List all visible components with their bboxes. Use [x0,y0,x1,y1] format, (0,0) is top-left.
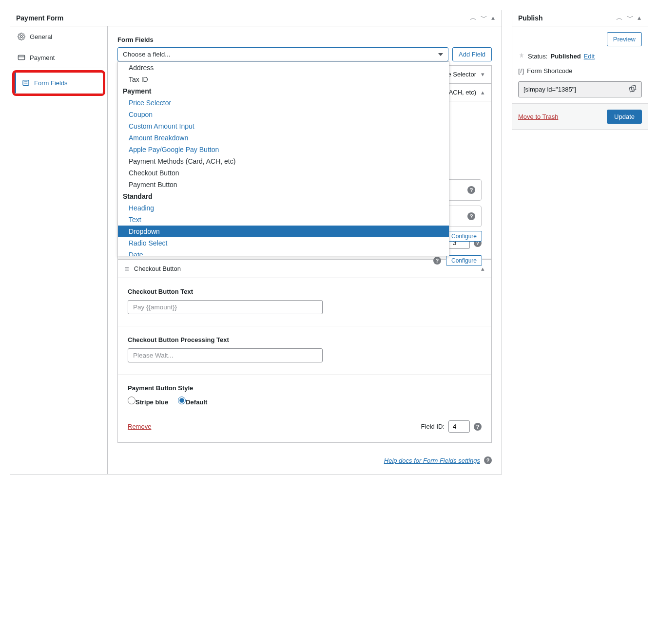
help-icon[interactable]: ? [467,212,475,220]
dropdown-item[interactable]: Dropdown [118,226,449,237]
gear-icon [17,32,26,41]
field-id-label: Field ID: [421,423,445,430]
checkout-text-input[interactable] [128,300,323,314]
dropdown-group-label: Standard [118,190,449,202]
tab-label: Payment [30,54,55,61]
configure-button[interactable]: Configure [446,255,482,266]
help-icon[interactable]: ? [474,423,482,431]
collapse-icon[interactable]: ▴ [637,13,642,23]
tab-payment[interactable]: Payment [10,47,107,68]
section-label: Form Fields [117,36,492,43]
payment-form-box: Payment Form ︿ ﹀ ▴ General [10,10,502,474]
tab-general[interactable]: General [10,26,107,47]
content-area: Form Fields Choose a field... AddressTax… [108,26,502,474]
copy-icon[interactable] [629,85,637,94]
dropdown-item[interactable]: Price Selector [118,97,449,109]
collapse-icon[interactable]: ▴ [481,265,484,272]
shortcode-label: Form Shortcode [527,67,572,75]
processing-text-label: Checkout Button Processing Text [128,336,482,343]
dropdown-group-label: Payment [118,85,449,97]
form-icon [21,78,30,87]
dropdown-item[interactable]: Tax ID [118,74,449,85]
help-icon[interactable]: ? [433,257,441,265]
panel-title: Payment Form [16,10,63,26]
status-value: Published [550,53,581,60]
drag-handle-icon[interactable]: ≡ [125,265,129,273]
radio-label: Stripe blue [135,398,168,406]
dropdown-item[interactable]: Custom Amount Input [118,120,449,132]
pin-icon [518,52,525,60]
payment-form-header: Payment Form ︿ ﹀ ▴ [10,10,502,26]
radio-option[interactable]: Stripe blue [128,397,168,406]
radio-input[interactable] [178,397,186,404]
status-label: Status: [528,53,547,60]
add-field-button[interactable]: Add Field [452,47,492,61]
tab-form-fields[interactable]: Form Fields [15,73,103,94]
dropdown-item[interactable]: Heading [118,202,449,214]
dropdown-item[interactable]: Radio Select [118,237,449,249]
sidebar-tabs: General Payment Form Fields [10,26,108,474]
configure-button[interactable]: Configure [446,231,482,242]
dropdown-item[interactable]: Payment Button [118,179,449,190]
dropdown-item[interactable]: Date [118,249,449,256]
move-down-icon[interactable]: ﹀ [480,13,488,23]
expand-icon[interactable]: ▾ [481,71,484,78]
tab-label: Form Fields [34,79,68,87]
button-style-label: Payment Button Style [128,384,482,392]
move-up-icon[interactable]: ︿ [469,13,478,23]
field-dropdown[interactable]: AddressTax IDPaymentPrice SelectorCoupon… [117,61,449,256]
shortcode-box[interactable]: [simpay id="1385"] [518,81,642,97]
publish-box: Publish ︿ ﹀ ▴ Preview Status: Published [512,10,648,130]
code-icon: [/] [518,67,524,75]
move-to-trash-link[interactable]: Move to Trash [518,113,558,120]
field-id-input[interactable] [448,420,470,433]
update-button[interactable]: Update [607,110,642,124]
publish-header: Publish ︿ ﹀ ▴ [512,10,648,26]
dropdown-item[interactable]: Amount Breakdown [118,132,449,144]
preview-button[interactable]: Preview [607,32,642,46]
highlight-box: Form Fields [12,70,105,96]
help-icon[interactable]: ? [484,456,492,464]
svg-point-0 [20,36,22,38]
processing-text-input[interactable] [128,348,323,362]
tab-label: General [30,33,52,40]
publish-title: Publish [518,10,543,26]
radio-input[interactable] [128,397,135,404]
edit-status-link[interactable]: Edit [584,53,595,60]
dropdown-item[interactable]: Coupon [118,109,449,120]
checkout-text-label: Checkout Button Text [128,288,482,295]
card-icon [17,53,26,62]
remove-link[interactable]: Remove [128,423,151,430]
field-select[interactable]: Choose a field... [117,47,448,61]
dropdown-item[interactable]: Payment Methods (Card, ACH, etc) [118,155,449,167]
collapse-icon[interactable]: ▴ [490,13,496,23]
shortcode-value: [simpay id="1385"] [523,86,576,93]
help-docs-link[interactable]: Help docs for Form Fields settings [384,457,480,464]
checkout-button-body: Checkout Button Text Checkout Button Pro… [117,278,492,443]
radio-label: Default [186,398,207,406]
checkout-button-title: Checkout Button [134,265,181,272]
dropdown-item[interactable]: Apple Pay/Google Pay Button [118,144,449,155]
move-down-icon[interactable]: ﹀ [626,13,635,23]
svg-rect-1 [18,55,24,59]
collapse-icon[interactable]: ▴ [481,89,484,96]
help-icon[interactable]: ? [467,186,475,194]
select-placeholder: Choose a field... [123,51,171,58]
dropdown-item[interactable]: Checkout Button [118,167,449,179]
radio-option[interactable]: Default [178,397,207,406]
dropdown-item[interactable]: Address [118,62,449,74]
move-up-icon[interactable]: ︿ [615,13,624,23]
dropdown-item[interactable]: Text [118,214,449,226]
